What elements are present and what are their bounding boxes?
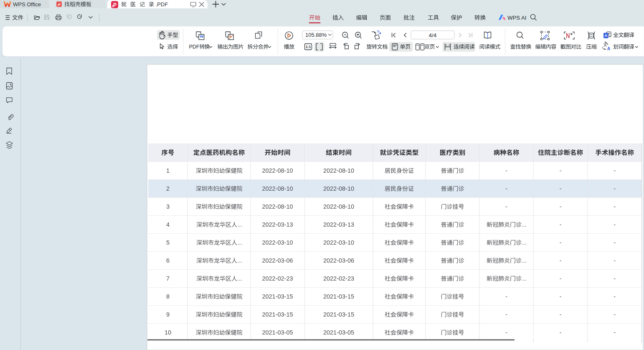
svg-text:2022-08-10: 2022-08-10 [262,167,293,174]
svg-text:-: - [560,275,562,282]
svg-text:-: - [614,239,616,246]
svg-text:7: 7 [166,275,170,282]
svg-text:PDF: PDF [189,44,200,50]
svg-text:-: - [560,329,562,336]
svg-text:...: ... [522,222,527,228]
svg-text:105.88%: 105.88% [305,32,327,38]
svg-text:-: - [614,221,616,228]
svg-text:...: ... [238,276,242,282]
svg-text:A: A [607,46,611,51]
svg-text:5: 5 [166,239,170,246]
svg-text:2022-03-13: 2022-03-13 [323,221,354,228]
svg-text:-: - [614,167,616,174]
svg-text:-: - [614,257,616,264]
svg-text:-: - [614,275,616,282]
svg-text:2022-03-10: 2022-03-10 [262,239,293,246]
svg-text:-: - [560,203,562,210]
svg-text:-: - [560,167,562,174]
svg-text:2021-03-05: 2021-03-05 [262,329,293,336]
svg-text:2022-02-23: 2022-02-23 [323,275,354,282]
svg-text:-: - [560,185,562,192]
svg-text:1:1: 1:1 [306,45,311,49]
svg-text:9: 9 [166,311,170,318]
svg-text:2022-08-10: 2022-08-10 [323,185,354,192]
svg-text:-: - [614,293,616,300]
svg-text:-: - [505,311,507,318]
svg-text:...: ... [522,240,527,246]
svg-text:2021-03-15: 2021-03-15 [323,311,354,318]
svg-text:1: 1 [166,167,170,174]
svg-text:4: 4 [166,221,170,228]
svg-text:WPS AI: WPS AI [507,15,526,21]
svg-text:A: A [604,33,607,38]
svg-text:2022-03-10: 2022-03-10 [323,239,354,246]
svg-text:2022-02-23: 2022-02-23 [262,275,293,282]
svg-text:2: 2 [166,185,170,192]
svg-text:-: - [614,311,616,318]
svg-text:3: 3 [166,203,170,210]
svg-text:-: - [505,293,507,300]
svg-text:...: ... [238,258,242,264]
svg-text:2021-03-05: 2021-03-05 [323,329,354,336]
svg-text:-: - [560,239,562,246]
svg-text:-: - [560,221,562,228]
svg-text:2021-03-15: 2021-03-15 [262,311,293,318]
svg-text:-: - [560,257,562,264]
svg-text:10: 10 [165,329,171,336]
svg-text:2021-03-15: 2021-03-15 [262,293,293,300]
svg-text:2022-03-06: 2022-03-06 [262,257,293,264]
svg-text:-: - [505,167,507,174]
svg-text:-: - [614,329,616,336]
svg-text:...: ... [238,222,242,228]
svg-text:2022-03-13: 2022-03-13 [262,221,293,228]
svg-text:6: 6 [166,257,170,264]
svg-text:2021-03-15: 2021-03-15 [323,293,354,300]
svg-text:2022-08-10: 2022-08-10 [262,203,293,210]
svg-text:2022-08-10: 2022-08-10 [323,167,354,174]
svg-text:...: ... [238,240,242,246]
svg-text:.PDF: .PDF [156,1,168,8]
svg-text:-: - [560,293,562,300]
svg-text:-: - [505,329,507,336]
svg-text:...: ... [522,258,527,264]
svg-text:-: - [505,203,507,210]
svg-text:4/4: 4/4 [429,32,437,38]
svg-text:-: - [505,185,507,192]
svg-text:8: 8 [166,293,170,300]
svg-text:...: ... [522,276,527,282]
svg-text:-: - [614,185,616,192]
svg-text:2022-03-06: 2022-03-06 [323,257,354,264]
svg-text:2022-08-10: 2022-08-10 [323,203,354,210]
svg-text:-: - [560,311,562,318]
svg-text:W: W [200,34,203,38]
svg-text:-: - [614,203,616,210]
svg-text:2022-08-10: 2022-08-10 [262,185,293,192]
svg-text:WPS Office: WPS Office [13,1,41,8]
